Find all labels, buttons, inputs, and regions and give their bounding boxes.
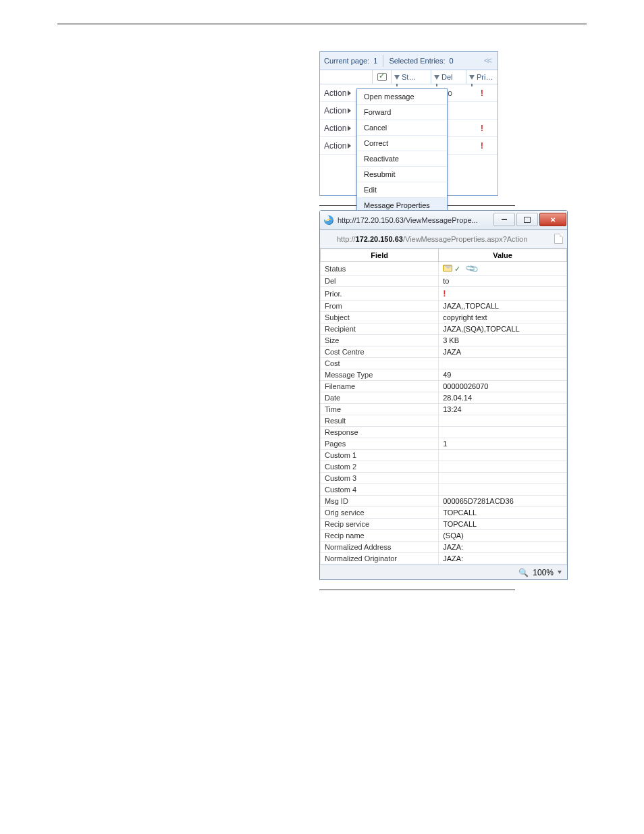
filter-icon (394, 75, 400, 80)
zoom-value: 100% (533, 568, 554, 577)
separator-rule (319, 590, 515, 590)
grid-toolbar: Current page: 1 Selected Entries: 0 << (320, 52, 498, 70)
menu-resubmit[interactable]: Resubmit (357, 167, 447, 182)
property-row: Prior.! (321, 287, 567, 301)
property-field: Custom 1 (321, 450, 439, 461)
property-field: Response (321, 427, 439, 438)
envelope-icon (443, 265, 452, 271)
grid-column-header: St… Del Pri… (320, 70, 498, 84)
property-row: Response (321, 427, 567, 438)
property-field: Status (321, 262, 439, 276)
status-filter[interactable]: St… (392, 70, 431, 84)
address-bar[interactable]: http://172.20.150.63/ViewMessageProperti… (320, 230, 567, 249)
property-row: Status ✓ 📎 (321, 262, 567, 276)
del-filter[interactable]: Del (431, 70, 466, 84)
property-value: copyright text (439, 312, 567, 323)
property-value (439, 450, 567, 461)
minimize-button[interactable] (493, 213, 515, 226)
menu-forward[interactable]: Forward (357, 105, 447, 120)
property-value: 13:24 (439, 404, 567, 415)
property-row: Normalized OriginatorJAZA: (321, 553, 567, 565)
property-value: (SQA) (439, 530, 567, 542)
property-row: RecipientJAZA,(SQA),TOPCALL (321, 323, 567, 335)
window-title: http://172.20.150.63/ViewMessagePrope... (338, 216, 493, 224)
property-value: 00000026070 (439, 381, 567, 392)
properties-table: Field Value Status ✓ 📎DeltoPrior.!FromJA… (320, 249, 567, 565)
property-value: 49 (439, 369, 567, 381)
checkbox-icon (377, 73, 387, 81)
property-row: FromJAZA,,TOPCALL (321, 301, 567, 312)
collapse-button[interactable]: << (481, 56, 493, 66)
property-value (439, 473, 567, 484)
property-row: Filename00000026070 (321, 381, 567, 392)
dropdown-icon (348, 90, 351, 96)
property-row: Subjectcopyright text (321, 312, 567, 323)
property-field: Normalized Originator (321, 553, 439, 565)
current-page-value: 1 (373, 57, 377, 65)
maximize-button[interactable] (516, 213, 538, 226)
priority-filter[interactable]: Pri… (466, 70, 498, 84)
property-row: Cost (321, 358, 567, 369)
property-row: Normalized AddressJAZA: (321, 542, 567, 553)
selected-entries-value: 0 (450, 57, 454, 65)
property-row: Message Type49 (321, 369, 567, 381)
property-value: JAZA,,TOPCALL (439, 301, 567, 312)
ie-logo-icon (324, 215, 333, 225)
property-value: JAZA: (439, 542, 567, 553)
property-field: From (321, 301, 439, 312)
property-field: Message Type (321, 369, 439, 381)
priority-icon: ! (481, 140, 483, 151)
dropdown-icon (348, 108, 351, 113)
property-field: Pages (321, 438, 439, 450)
page-icon (554, 234, 563, 244)
property-field: Size (321, 335, 439, 346)
property-field: Recipient (321, 323, 439, 335)
attachment-icon: 📎 (465, 261, 480, 276)
top-rule (57, 24, 587, 24)
status-bar: 🔍 100% (320, 565, 567, 579)
property-row: Msg ID000065D7281ACD36 (321, 496, 567, 507)
property-field: Result (321, 415, 439, 427)
menu-correct[interactable]: Correct (357, 136, 447, 151)
property-field: Custom 3 (321, 473, 439, 484)
filter-icon (434, 75, 439, 80)
current-page-label: Current page: (324, 57, 369, 65)
property-value: TOPCALL (439, 507, 567, 519)
property-value (439, 461, 567, 473)
property-value: TOPCALL (439, 519, 567, 530)
property-field: Custom 4 (321, 484, 439, 496)
zoom-dropdown[interactable] (558, 571, 562, 574)
property-row: Cost CentreJAZA (321, 346, 567, 358)
property-row: Orig serviceTOPCALL (321, 507, 567, 519)
property-field: Cost (321, 358, 439, 369)
property-field: Normalized Address (321, 542, 439, 553)
property-field: Msg ID (321, 496, 439, 507)
property-field: Subject (321, 312, 439, 323)
titlebar[interactable]: http://172.20.150.63/ViewMessagePrope... (320, 211, 567, 230)
select-all-checkbox[interactable] (373, 70, 392, 84)
url-path: /ViewMessageProperties.aspx?Action (403, 235, 527, 243)
property-value: to (439, 276, 567, 287)
menu-open-message[interactable]: Open message (357, 89, 447, 105)
selected-entries-label: Selected Entries: (389, 57, 445, 65)
menu-cancel[interactable]: Cancel (357, 120, 447, 136)
property-value (439, 415, 567, 427)
close-button[interactable] (539, 213, 566, 226)
menu-edit[interactable]: Edit (357, 182, 447, 198)
ie-logo-icon (324, 234, 333, 243)
property-field: Recip name (321, 530, 439, 542)
property-value: JAZA: (439, 553, 567, 565)
col-value: Value (439, 249, 567, 262)
menu-reactivate[interactable]: Reactivate (357, 151, 447, 167)
dropdown-icon (348, 143, 351, 149)
property-row: Result (321, 415, 567, 427)
property-value: 1 (439, 438, 567, 450)
message-grid: Current page: 1 Selected Entries: 0 << S… (319, 51, 498, 196)
zoom-icon[interactable]: 🔍 (518, 568, 529, 577)
property-value: ✓ 📎 (439, 262, 567, 276)
property-value: 000065D7281ACD36 (439, 496, 567, 507)
col-field: Field (321, 249, 439, 262)
property-value: 28.04.14 (439, 392, 567, 404)
property-value: ! (439, 287, 567, 301)
property-field: Cost Centre (321, 346, 439, 358)
